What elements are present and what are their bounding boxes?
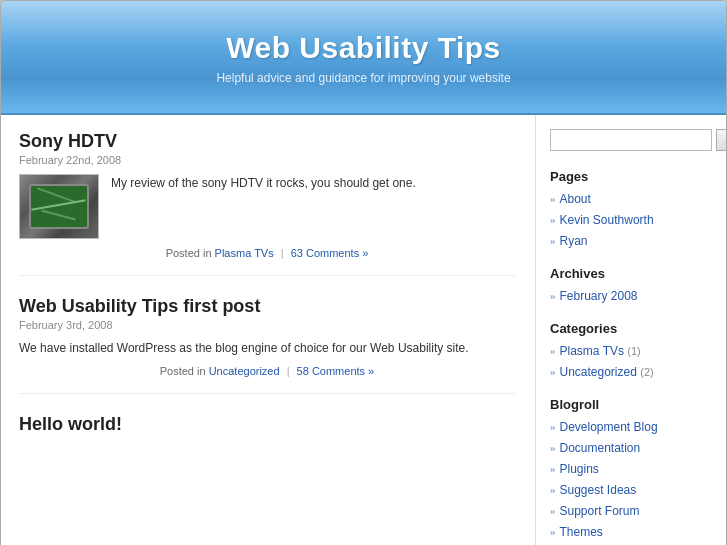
bullet-icon: »: [550, 190, 556, 208]
site-header: Web Usability Tips Helpful advice and gu…: [1, 1, 726, 115]
page-wrapper: Web Usability Tips Helpful advice and gu…: [0, 0, 727, 545]
list-item: » Plasma TVs (1): [550, 342, 712, 360]
site-description: Helpful advice and guidance for improvin…: [21, 71, 706, 85]
list-item: » February 2008: [550, 287, 712, 305]
gps-device-image: [29, 184, 89, 229]
search-button[interactable]: Search: [716, 129, 727, 151]
sidebar: Search Pages » About » Kevin Southworth …: [536, 115, 726, 545]
list-item: » Ryan: [550, 232, 712, 250]
post-sony-hdtv: Sony HDTV February 22nd, 2008 My review …: [19, 131, 515, 276]
sidebar-section-categories: Categories » Plasma TVs (1) » Uncategori…: [550, 321, 712, 381]
blogroll-devblog-link[interactable]: Development Blog: [560, 418, 658, 436]
bullet-icon: »: [550, 363, 556, 381]
bullet-icon: »: [550, 342, 556, 360]
pages-ryan-link[interactable]: Ryan: [560, 232, 588, 250]
category-count: (1): [627, 345, 640, 357]
bullet-icon: »: [550, 232, 556, 250]
list-item: » Documentation: [550, 439, 712, 457]
post-excerpt: My review of the sony HDTV it rocks, you…: [111, 174, 416, 239]
meta-separator: |: [287, 365, 290, 377]
bullet-icon: »: [550, 418, 556, 436]
list-item: » About: [550, 190, 712, 208]
post-date: February 22nd, 2008: [19, 154, 515, 166]
sidebar-section-pages: Pages » About » Kevin Southworth » Ryan: [550, 169, 712, 250]
content-area: Sony HDTV February 22nd, 2008 My review …: [1, 115, 726, 545]
blogroll-plugins-link[interactable]: Plugins: [560, 460, 599, 478]
post-title: Web Usability Tips first post: [19, 296, 515, 317]
list-item: » Kevin Southworth: [550, 211, 712, 229]
list-item: » Themes: [550, 523, 712, 541]
list-item: » Support Forum: [550, 502, 712, 520]
blogroll-themes-link[interactable]: Themes: [560, 523, 603, 541]
posted-in-label: Posted in: [160, 365, 206, 377]
post-body: My review of the sony HDTV it rocks, you…: [19, 174, 515, 239]
blogroll-docs-link[interactable]: Documentation: [560, 439, 641, 457]
category-plasmatvs-link[interactable]: Plasma TVs (1): [560, 342, 641, 360]
comments-link[interactable]: 63 Comments »: [291, 247, 369, 259]
post-title: Sony HDTV: [19, 131, 515, 152]
bullet-icon: »: [550, 211, 556, 229]
blogroll-support-link[interactable]: Support Forum: [560, 502, 640, 520]
bullet-icon: »: [550, 523, 556, 541]
list-item: » Suggest Ideas: [550, 481, 712, 499]
blogroll-suggest-link[interactable]: Suggest Ideas: [560, 481, 637, 499]
blogroll-section-title: Blogroll: [550, 397, 712, 412]
list-item: » Plugins: [550, 460, 712, 478]
category-uncategorized-link[interactable]: Uncategorized (2): [560, 363, 654, 381]
list-item: » Uncategorized (2): [550, 363, 712, 381]
categories-section-title: Categories: [550, 321, 712, 336]
pages-section-title: Pages: [550, 169, 712, 184]
pages-kevin-link[interactable]: Kevin Southworth: [560, 211, 654, 229]
posted-in-label: Posted in: [166, 247, 212, 259]
post-excerpt: We have installed WordPress as the blog …: [19, 339, 515, 357]
post-title: Hello world!: [19, 414, 515, 435]
bullet-icon: »: [550, 439, 556, 457]
bullet-icon: »: [550, 287, 556, 305]
category-link[interactable]: Uncategorized: [209, 365, 280, 377]
main-content: Sony HDTV February 22nd, 2008 My review …: [1, 115, 536, 545]
search-form: Search: [550, 129, 712, 151]
bullet-icon: »: [550, 460, 556, 478]
post-meta: Posted in Plasma TVs | 63 Comments »: [19, 247, 515, 259]
sidebar-section-archives: Archives » February 2008: [550, 266, 712, 305]
search-input[interactable]: [550, 129, 712, 151]
category-count: (2): [640, 366, 653, 378]
post-hello-world: Hello world!: [19, 414, 515, 453]
comments-link[interactable]: 58 Comments »: [297, 365, 375, 377]
sidebar-section-blogroll: Blogroll » Development Blog » Documentat…: [550, 397, 712, 541]
bullet-icon: »: [550, 502, 556, 520]
bullet-icon: »: [550, 481, 556, 499]
archives-feb2008-link[interactable]: February 2008: [560, 287, 638, 305]
site-title: Web Usability Tips: [21, 31, 706, 65]
post-image: [19, 174, 99, 239]
pages-about-link[interactable]: About: [560, 190, 591, 208]
post-image-inner: [20, 175, 98, 238]
post-meta: Posted in Uncategorized | 58 Comments »: [19, 365, 515, 377]
post-date: February 3rd, 2008: [19, 319, 515, 331]
archives-section-title: Archives: [550, 266, 712, 281]
list-item: » Development Blog: [550, 418, 712, 436]
post-web-usability-first: Web Usability Tips first post February 3…: [19, 296, 515, 394]
category-link[interactable]: Plasma TVs: [215, 247, 274, 259]
meta-separator: |: [281, 247, 284, 259]
